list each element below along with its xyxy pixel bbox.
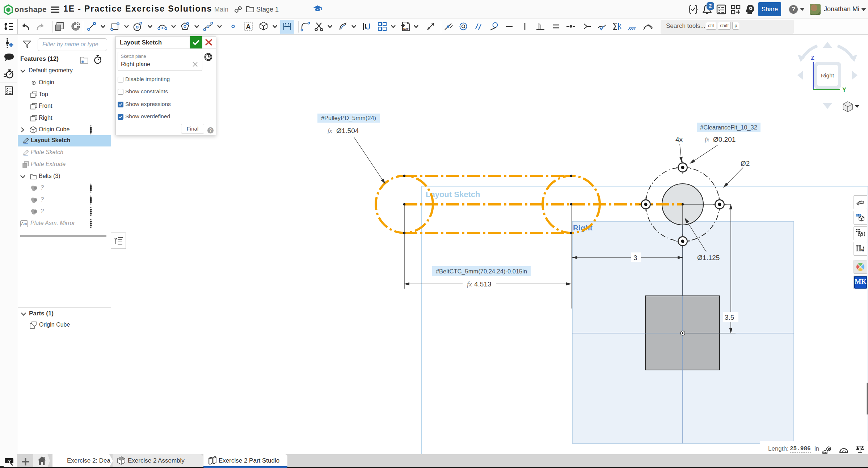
svg-text:Ø1.125: Ø1.125: [697, 254, 720, 261]
svg-text:Z: Z: [811, 55, 814, 61]
svg-text:3.5: 3.5: [725, 314, 734, 321]
svg-text:Right: Right: [821, 72, 834, 78]
svg-text:Y: Y: [842, 87, 846, 93]
svg-text:fx: fx: [705, 136, 709, 143]
svg-text:3: 3: [633, 254, 637, 261]
svg-text:4.513: 4.513: [474, 280, 492, 288]
svg-text:4x: 4x: [675, 136, 683, 143]
svg-text:A: A: [246, 23, 251, 30]
svg-text:#ClearanceFit_10_32: #ClearanceFit_10_32: [700, 124, 757, 131]
svg-text:Ø0.201: Ø0.201: [713, 136, 736, 143]
svg-text:Layout Sketch: Layout Sketch: [426, 190, 480, 199]
svg-text:#PulleyPD_5mm(24): #PulleyPD_5mm(24): [321, 115, 376, 122]
svg-text:#BeltCTC_5mm(70,24,24)-0.015in: #BeltCTC_5mm(70,24,24)-0.015in: [436, 268, 527, 275]
svg-text:Ø2: Ø2: [741, 159, 750, 167]
svg-text:Ø1.504: Ø1.504: [336, 127, 359, 135]
svg-text:fx: fx: [467, 280, 472, 288]
svg-text:DXF: DXF: [403, 27, 409, 30]
svg-text:x: x: [860, 247, 863, 252]
svg-text:fx: fx: [328, 127, 332, 134]
